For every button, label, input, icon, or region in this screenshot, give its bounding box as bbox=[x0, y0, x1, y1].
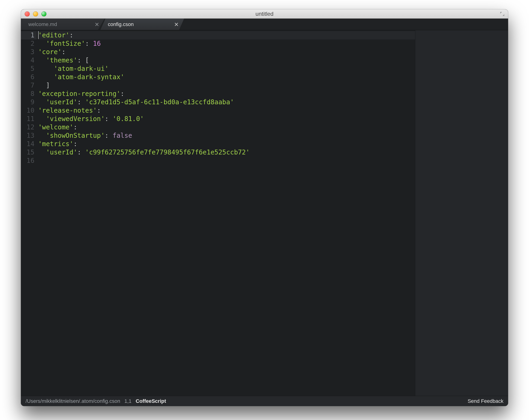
status-bar: /Users/mikkelklitnielsen/.atom/config.cs… bbox=[21, 396, 508, 406]
code-line[interactable]: 'viewedVersion': '0.81.0' bbox=[38, 115, 415, 123]
tab-label: config.cson bbox=[108, 21, 172, 27]
code-line[interactable]: 'editor': bbox=[38, 31, 415, 39]
code-area[interactable]: 'editor': 'fontSize': 16'core': 'themes'… bbox=[37, 30, 415, 396]
line-number[interactable]: 15 bbox=[21, 148, 34, 157]
line-number-gutter[interactable]: 12345678910111213141516 bbox=[21, 30, 37, 396]
line-number[interactable]: 1 bbox=[21, 31, 37, 39]
line-number[interactable]: 13 bbox=[21, 131, 34, 140]
line-number[interactable]: 5 bbox=[21, 64, 34, 73]
window-title: untitled bbox=[21, 11, 508, 17]
send-feedback-button[interactable]: Send Feedback bbox=[468, 398, 503, 404]
line-number[interactable]: 6 bbox=[21, 73, 34, 81]
status-language[interactable]: CoffeeScript bbox=[136, 398, 166, 404]
traffic-lights bbox=[21, 11, 46, 16]
close-icon[interactable] bbox=[95, 22, 99, 26]
line-number[interactable]: 8 bbox=[21, 90, 34, 98]
line-number[interactable]: 11 bbox=[21, 115, 34, 123]
code-line[interactable]: 'core': bbox=[38, 48, 415, 56]
minimize-icon[interactable] bbox=[33, 11, 38, 16]
code-line[interactable]: 'userId': 'c37ed1d5-d5af-6c11-bd0a-e13cc… bbox=[38, 98, 415, 106]
status-file-path[interactable]: /Users/mikkelklitnielsen/.atom/config.cs… bbox=[26, 398, 120, 404]
code-line[interactable] bbox=[38, 157, 415, 165]
titlebar-right bbox=[499, 11, 508, 17]
titlebar[interactable]: untitled bbox=[21, 9, 508, 19]
line-number[interactable]: 10 bbox=[21, 106, 34, 115]
code-line[interactable]: 'showOnStartup': false bbox=[38, 131, 415, 140]
code-line[interactable]: 'themes': [ bbox=[38, 56, 415, 64]
zoom-icon[interactable] bbox=[41, 11, 46, 16]
tab-label: welcome.md bbox=[28, 21, 93, 27]
code-line[interactable]: 'atom-dark-ui' bbox=[38, 64, 415, 73]
status-left: /Users/mikkelklitnielsen/.atom/config.cs… bbox=[26, 398, 166, 404]
minimap-panel[interactable] bbox=[415, 30, 508, 396]
code-line[interactable]: 'exception-reporting': bbox=[38, 90, 415, 98]
text-cursor bbox=[38, 31, 39, 39]
line-number[interactable]: 12 bbox=[21, 123, 34, 131]
close-icon[interactable] bbox=[174, 22, 179, 26]
code-line[interactable]: 'metrics': bbox=[38, 140, 415, 148]
code-line[interactable]: ] bbox=[38, 81, 415, 90]
line-number[interactable]: 3 bbox=[21, 48, 34, 56]
line-number[interactable]: 16 bbox=[21, 157, 34, 165]
line-number[interactable]: 7 bbox=[21, 81, 34, 90]
code-line[interactable]: 'atom-dark-syntax' bbox=[38, 73, 415, 81]
code-line[interactable]: 'fontSize': 16 bbox=[38, 39, 415, 48]
fullscreen-icon[interactable] bbox=[499, 11, 505, 17]
app-window: untitled welcome.md config.cson 12345678… bbox=[21, 9, 508, 406]
code-line[interactable]: 'welcome': bbox=[38, 123, 415, 131]
line-number[interactable]: 4 bbox=[21, 56, 34, 64]
tab-bar: welcome.md config.cson bbox=[21, 19, 508, 30]
line-number[interactable]: 14 bbox=[21, 140, 34, 148]
code-line[interactable]: 'release-notes': bbox=[38, 106, 415, 115]
status-cursor-pos[interactable]: 1,1 bbox=[124, 398, 132, 404]
line-number[interactable]: 9 bbox=[21, 98, 34, 106]
editor-area: 12345678910111213141516 'editor': 'fontS… bbox=[21, 30, 508, 396]
tab-welcome[interactable]: welcome.md bbox=[21, 19, 105, 30]
tab-config[interactable]: config.cson bbox=[100, 19, 184, 30]
close-icon[interactable] bbox=[25, 11, 30, 16]
line-number[interactable]: 2 bbox=[21, 39, 34, 48]
code-line[interactable]: 'userId': 'c99f62725756fe7fe7798495f67f6… bbox=[38, 148, 415, 157]
